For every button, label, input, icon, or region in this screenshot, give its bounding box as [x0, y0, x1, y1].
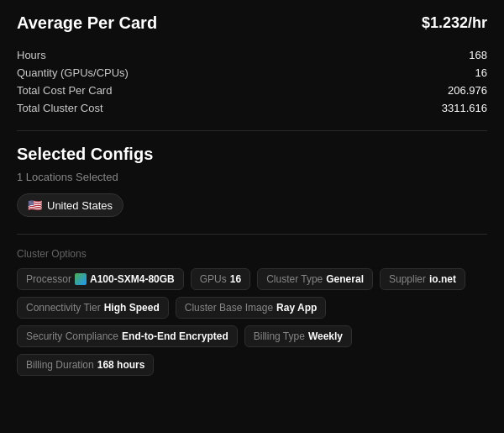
tag-value: 16 — [230, 273, 241, 285]
cluster-option-tag: Security Compliance End-to-End Encrypted — [17, 325, 238, 347]
main-container: Average Per Card $1.232/hr Hours168Quant… — [0, 0, 504, 389]
stats-value: 3311.616 — [442, 102, 487, 114]
tag-label: Connectivity Tier — [26, 302, 101, 314]
tag-value: Ray App — [276, 302, 317, 314]
stats-label: Total Cost Per Card — [17, 84, 112, 97]
cluster-option-tag: Processor A100-SXM4-80GB — [17, 268, 184, 290]
tag-value: High Speed — [104, 302, 160, 314]
avg-price: $1.232/hr — [422, 14, 487, 32]
stats-value: 168 — [469, 49, 487, 61]
tag-label: Billing Duration — [26, 359, 94, 371]
avg-title: Average Per Card — [17, 13, 157, 33]
tag-label: Supplier — [389, 273, 426, 285]
cluster-option-tag: Billing Duration 168 hours — [17, 354, 154, 376]
tag-value: 168 hours — [97, 359, 145, 371]
selected-configs-title: Selected Configs — [17, 145, 487, 164]
stats-row: Hours168 — [17, 46, 487, 64]
cluster-option-tag: Billing Type Weekly — [244, 325, 352, 347]
location-tags-container: 🇺🇸 United States — [17, 193, 487, 220]
tag-value: End-to-End Encrypted — [122, 330, 228, 342]
cluster-option-tag: Cluster Base Image Ray App — [176, 297, 327, 319]
tag-value: General — [326, 273, 364, 285]
cluster-option-tag: GPUs 16 — [191, 268, 250, 290]
tag-label: GPUs — [200, 273, 227, 285]
tag-label: Cluster Base Image — [185, 302, 273, 314]
stats-label: Total Cluster Cost — [17, 102, 103, 114]
stats-value: 206.976 — [448, 84, 487, 97]
tag-label: Processor — [26, 273, 71, 285]
stats-row: Total Cost Per Card206.976 — [17, 82, 487, 99]
tag-value: A100-SXM4-80GB — [90, 273, 175, 285]
stats-row: Quantity (GPUs/CPUs)16 — [17, 64, 487, 82]
divider-2 — [17, 234, 487, 235]
stats-label: Quantity (GPUs/CPUs) — [17, 66, 129, 79]
location-name: United States — [47, 199, 113, 212]
tag-label: Security Compliance — [26, 330, 118, 342]
tag-value: io.net — [429, 273, 456, 285]
tag-value: Weekly — [308, 330, 343, 342]
avg-header: Average Per Card $1.232/hr — [17, 13, 487, 33]
cluster-options-label: Cluster Options — [17, 248, 487, 260]
stats-row: Total Cluster Cost3311.616 — [17, 99, 487, 117]
cluster-tags-container: Processor A100-SXM4-80GBGPUs 16Cluster T… — [17, 268, 487, 376]
tag-label: Billing Type — [254, 330, 305, 342]
divider-1 — [17, 130, 487, 131]
stats-table: Hours168Quantity (GPUs/CPUs)16Total Cost… — [17, 46, 487, 117]
location-tag-us[interactable]: 🇺🇸 United States — [17, 193, 123, 217]
stats-value: 16 — [475, 66, 487, 79]
selected-configs-section: Selected Configs 1 Locations Selected 🇺🇸… — [17, 145, 487, 220]
locations-count: 1 Locations Selected — [17, 171, 487, 183]
cluster-option-tag: Supplier io.net — [380, 268, 465, 290]
cluster-option-tag: Cluster Type General — [257, 268, 373, 290]
gpu-icon — [75, 273, 87, 285]
cluster-option-tag: Connectivity Tier High Speed — [17, 297, 169, 319]
cluster-options-section: Cluster Options Processor A100-SXM4-80GB… — [17, 248, 487, 376]
tag-label: Cluster Type — [266, 273, 323, 285]
us-flag-icon: 🇺🇸 — [28, 198, 42, 212]
stats-label: Hours — [17, 49, 46, 61]
